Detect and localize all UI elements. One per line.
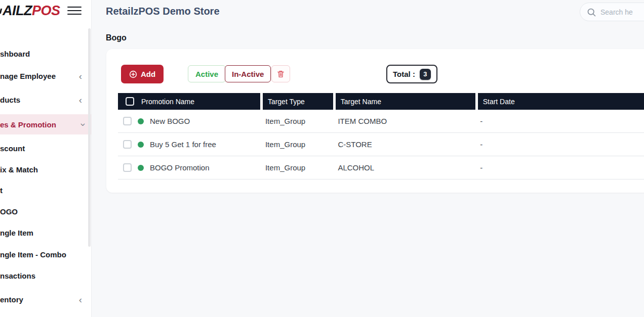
search-icon xyxy=(586,7,597,18)
sidebar-item-products[interactable]: ducts ‹ xyxy=(0,89,91,110)
table-row[interactable]: Buy 5 Get 1 for free Item_Group C-STORE … xyxy=(118,133,644,156)
table-header-row: Promotion Name Target Type Target Name S… xyxy=(118,93,644,110)
target-type-cell: Item_Group xyxy=(263,117,333,125)
target-type-cell: Item_Group xyxy=(263,163,333,172)
column-header-target-type: Target Type xyxy=(263,93,333,110)
row-checkbox[interactable] xyxy=(123,140,132,149)
chevron-down-icon: ‹ xyxy=(76,123,86,126)
inactive-filter-button[interactable]: In-Active xyxy=(225,65,271,82)
chevron-left-icon: ‹ xyxy=(79,295,82,304)
table-row[interactable]: New BOGO Item_Group ITEM COMBO - xyxy=(118,110,644,133)
sidebar-item-label: scount xyxy=(0,144,25,153)
promotion-name: New BOGO xyxy=(150,117,190,125)
sidebar-scrollbar[interactable] xyxy=(88,28,91,247)
search-box[interactable] xyxy=(580,3,644,21)
column-header-label: Promotion Name xyxy=(141,98,194,106)
sidebar-item-transactions[interactable]: nsactions xyxy=(0,265,91,286)
column-header-start-date: Start Date xyxy=(478,93,644,110)
column-header-target-name: Target Name xyxy=(336,93,475,110)
section-heading: Bogo xyxy=(106,33,127,42)
column-header-label: Start Date xyxy=(483,98,515,106)
sidebar-item-manage-employee[interactable]: nage Employee ‹ xyxy=(0,66,91,86)
target-name-cell: C-STORE xyxy=(335,140,475,149)
status-active-dot xyxy=(138,165,144,171)
main-content: RetailzPOS Demo Store Bogo Add Active In… xyxy=(91,0,644,317)
trash-icon xyxy=(276,69,285,78)
total-count-badge: 3 xyxy=(420,69,431,80)
sidebar-item-label: nsactions xyxy=(0,271,35,280)
column-header-label: Target Name xyxy=(341,98,381,106)
sidebar-item-label: nage Employee xyxy=(0,72,56,80)
add-plus-icon xyxy=(129,70,137,78)
promotions-table: Promotion Name Target Type Target Name S… xyxy=(106,93,644,179)
start-date-cell: - xyxy=(477,140,644,149)
sidebar-item-label: entory xyxy=(0,295,23,304)
status-active-dot xyxy=(138,142,144,148)
sidebar-item-label: OGO xyxy=(0,207,18,216)
hamburger-menu-icon[interactable] xyxy=(67,7,82,15)
promotion-name-cell: BOGO Promotion xyxy=(118,163,260,172)
sidebar: AILZPOS shboard nage Employee ‹ ducts ‹ … xyxy=(0,0,92,317)
add-button-label: Add xyxy=(141,70,155,78)
table-row[interactable]: BOGO Promotion Item_Group ALCOHOL - xyxy=(118,156,644,179)
search-input[interactable] xyxy=(599,8,644,17)
add-button[interactable]: Add xyxy=(121,65,164,83)
sidebar-item-label: ngle Item xyxy=(0,229,33,237)
promotion-name: BOGO Promotion xyxy=(150,163,210,172)
logo-cut-letter xyxy=(0,9,2,14)
start-date-cell: - xyxy=(477,163,644,172)
active-filter-button[interactable]: Active xyxy=(188,65,226,82)
select-all-checkbox[interactable] xyxy=(126,97,134,106)
row-checkbox[interactable] xyxy=(123,163,132,172)
active-filter-label: Active xyxy=(195,70,218,78)
retailzpos-logo[interactable]: AILZPOS xyxy=(0,3,60,21)
sidebar-item-label: t xyxy=(0,186,3,195)
chevron-left-icon: ‹ xyxy=(79,95,82,105)
promotion-name: Buy 5 Get 1 for free xyxy=(150,140,216,149)
row-checkbox[interactable] xyxy=(123,117,132,125)
sidebar-item-discount[interactable]: scount xyxy=(0,138,91,158)
sidebar-item-t[interactable]: t xyxy=(0,180,91,200)
sidebar-item-label: ix & Match xyxy=(0,165,38,174)
total-counter: Total : 3 xyxy=(386,65,437,83)
sidebar-item-inventory[interactable]: entory ‹ xyxy=(0,289,91,309)
sidebar-item-bogo[interactable]: OGO xyxy=(0,201,91,221)
logo-text-dark: AILZ xyxy=(3,3,32,18)
delete-button[interactable] xyxy=(271,65,290,82)
column-header-promotion-name: Promotion Name xyxy=(118,93,260,110)
sidebar-item-label: shboard xyxy=(0,50,30,58)
page-title: RetailzPOS Demo Store xyxy=(106,6,220,17)
inactive-filter-label: In-Active xyxy=(232,70,264,78)
column-header-label: Target Type xyxy=(268,98,305,106)
target-name-cell: ALCOHOL xyxy=(335,163,475,172)
sidebar-item-dashboard[interactable]: shboard xyxy=(0,43,91,64)
sidebar-item-single-item-combo[interactable]: ngle Item - Combo xyxy=(0,244,91,264)
sidebar-item-label: es & Promotion xyxy=(0,120,56,129)
sidebar-item-sales-promotion[interactable]: es & Promotion ‹ xyxy=(0,114,91,134)
target-type-cell: Item_Group xyxy=(263,140,333,149)
promotions-card: Add Active In-Active Total : 3 xyxy=(106,49,644,193)
sidebar-item-mix-match[interactable]: ix & Match xyxy=(0,159,91,179)
start-date-cell: - xyxy=(477,117,644,125)
sidebar-item-label: ducts xyxy=(0,96,20,104)
sidebar-item-single-item[interactable]: ngle Item xyxy=(0,222,91,243)
chevron-left-icon: ‹ xyxy=(79,71,82,81)
promotion-name-cell: Buy 5 Get 1 for free xyxy=(118,140,260,149)
target-name-cell: ITEM COMBO xyxy=(335,117,475,125)
sidebar-item-label: ngle Item - Combo xyxy=(0,250,66,259)
logo-text-accent: POS xyxy=(32,3,60,18)
promotion-name-cell: New BOGO xyxy=(118,117,260,125)
status-active-dot xyxy=(138,118,144,124)
total-label: Total : xyxy=(393,70,415,78)
